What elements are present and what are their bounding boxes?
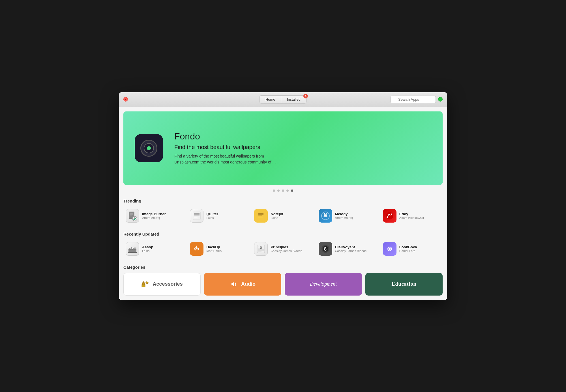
category-audio[interactable]: Audio bbox=[204, 273, 281, 296]
hero-tagline: Find the most beautiful wallpapers bbox=[174, 144, 288, 150]
categories-title: Categories bbox=[123, 265, 443, 270]
hero-app-name: Fondo bbox=[174, 131, 288, 142]
nav-buttons: Home Installed 4 bbox=[260, 95, 306, 104]
svg-rect-25 bbox=[131, 247, 132, 249]
svg-point-17 bbox=[324, 214, 327, 217]
melody-author: Artem Anufrij bbox=[335, 216, 353, 219]
svg-rect-18 bbox=[324, 213, 325, 215]
image-burner-author: Artem Anufrij bbox=[142, 216, 166, 219]
trending-title: Trending bbox=[123, 199, 443, 203]
home-tab[interactable]: Home bbox=[260, 95, 281, 104]
hero-text: Fondo Find the most beautiful wallpapers… bbox=[174, 131, 288, 165]
app-item-quilter[interactable]: Quilter Lains bbox=[188, 207, 250, 225]
quilter-name: Quilter bbox=[206, 212, 218, 216]
recently-updated-title: Recently Updated bbox=[123, 232, 443, 236]
app-item-eddy[interactable]: Eddy Adam Bieńkowski bbox=[381, 207, 443, 225]
quilter-info: Quilter Lains bbox=[206, 212, 218, 219]
app-item-lookbook[interactable]: LookBook Daniel Foré bbox=[381, 240, 443, 258]
app-item-melody[interactable]: Melody Artem Anufrij bbox=[316, 207, 378, 225]
app-item-clairvoyant[interactable]: 8 Clairvoyant Cassidy James Blaede bbox=[316, 240, 378, 258]
aesop-info: Aesop Lains bbox=[142, 245, 153, 253]
development-label: Development bbox=[310, 281, 337, 287]
installed-label: Installed bbox=[287, 97, 301, 102]
svg-rect-27 bbox=[134, 247, 136, 249]
notejot-icon bbox=[254, 209, 268, 223]
aesop-author: Lains bbox=[142, 249, 153, 253]
carousel-dot-2[interactable] bbox=[277, 189, 280, 192]
svg-point-40 bbox=[389, 248, 391, 250]
melody-info: Melody Artem Anufrij bbox=[335, 212, 353, 219]
education-label: Education bbox=[391, 281, 416, 287]
hackup-info: HackUp Matt Harris bbox=[206, 245, 222, 253]
category-accessories[interactable]: Accessories bbox=[123, 273, 201, 296]
recently-updated-section: Recently Updated bbox=[119, 229, 447, 262]
installed-badge: 4 bbox=[303, 94, 308, 98]
svg-rect-26 bbox=[133, 248, 134, 249]
svg-rect-24 bbox=[129, 248, 130, 249]
hackup-name: HackUp bbox=[206, 245, 222, 249]
titlebar: × Home Installed 4 🔍 bbox=[119, 92, 447, 107]
svg-rect-19 bbox=[326, 213, 327, 215]
category-education[interactable]: Education bbox=[365, 273, 443, 296]
principles-icon: 10 bbox=[254, 242, 268, 256]
audio-label: Audio bbox=[241, 281, 256, 287]
hackup-icon bbox=[190, 242, 203, 256]
image-burner-name: Image Burner bbox=[142, 212, 166, 216]
category-development[interactable]: Development bbox=[285, 273, 362, 296]
fullscreen-button[interactable] bbox=[438, 97, 443, 102]
app-item-principles[interactable]: 10 Principles Cassidy James Blaede bbox=[252, 240, 314, 258]
notejot-name: Notejot bbox=[271, 212, 283, 216]
eddy-info: Eddy Adam Bieńkowski bbox=[399, 212, 424, 219]
svg-text:10: 10 bbox=[258, 246, 262, 250]
hero-content: Fondo Find the most beautiful wallpapers… bbox=[135, 131, 288, 165]
carousel-dot-3[interactable] bbox=[282, 189, 284, 192]
installed-tab[interactable]: Installed 4 bbox=[281, 95, 306, 104]
lookbook-name: LookBook bbox=[399, 245, 417, 249]
trending-apps-grid: Image Burner Artem Anufrij bbox=[123, 207, 443, 225]
quilter-author: Lains bbox=[206, 216, 218, 219]
app-item-image-burner[interactable]: Image Burner Artem Anufrij bbox=[123, 207, 185, 225]
svg-text:8: 8 bbox=[324, 247, 327, 251]
fondo-icon-dot-inner bbox=[147, 146, 151, 150]
main-content: Fondo Find the most beautiful wallpapers… bbox=[119, 107, 447, 300]
hackup-author: Matt Harris bbox=[206, 249, 222, 253]
lookbook-author: Daniel Foré bbox=[399, 249, 417, 253]
app-window: × Home Installed 4 🔍 bbox=[119, 92, 447, 300]
aesop-name: Aesop bbox=[142, 245, 153, 249]
principles-author: Cassidy James Blaede bbox=[271, 249, 302, 253]
eddy-name: Eddy bbox=[399, 212, 424, 216]
svg-rect-41 bbox=[389, 247, 391, 247]
accessories-label: Accessories bbox=[153, 281, 183, 287]
melody-name: Melody bbox=[335, 212, 353, 216]
app-item-hackup[interactable]: HackUp Matt Harris bbox=[188, 240, 250, 258]
image-burner-icon bbox=[126, 209, 139, 223]
audio-icon bbox=[230, 280, 238, 288]
app-item-notejot[interactable]: Notejot Lains bbox=[252, 207, 314, 225]
carousel-dot-5[interactable] bbox=[291, 189, 293, 192]
principles-info: Principles Cassidy James Blaede bbox=[271, 245, 302, 253]
categories-grid: Accessories Audio Development Education bbox=[119, 273, 447, 300]
eddy-icon bbox=[383, 209, 396, 223]
accessories-icon bbox=[141, 280, 149, 288]
search-input[interactable] bbox=[391, 96, 436, 103]
titlebar-right: 🔍 bbox=[391, 96, 443, 103]
notejot-author: Lains bbox=[271, 216, 283, 219]
carousel-dot-4[interactable] bbox=[286, 189, 289, 192]
close-button[interactable]: × bbox=[123, 97, 128, 102]
svg-point-20 bbox=[386, 212, 393, 219]
carousel-dot-1[interactable] bbox=[273, 189, 275, 192]
eddy-author: Adam Bieńkowski bbox=[399, 216, 424, 219]
hero-description: Find a variety of the most beautiful wal… bbox=[174, 153, 288, 165]
clairvoyant-icon: 8 bbox=[319, 242, 332, 256]
clairvoyant-author: Cassidy James Blaede bbox=[335, 249, 367, 253]
lookbook-info: LookBook Daniel Foré bbox=[399, 245, 417, 253]
fondo-icon bbox=[135, 134, 163, 162]
hero-banner[interactable]: Fondo Find the most beautiful wallpapers… bbox=[123, 111, 443, 185]
app-item-aesop[interactable]: Aesop Lains bbox=[123, 240, 185, 258]
lookbook-icon bbox=[383, 242, 396, 256]
recently-updated-apps-grid: Aesop Lains HackUp bbox=[123, 240, 443, 258]
svg-rect-28 bbox=[128, 252, 137, 253]
aesop-icon bbox=[126, 242, 139, 256]
fondo-icon-dot-outer bbox=[144, 143, 154, 153]
search-wrapper: 🔍 bbox=[391, 96, 436, 103]
